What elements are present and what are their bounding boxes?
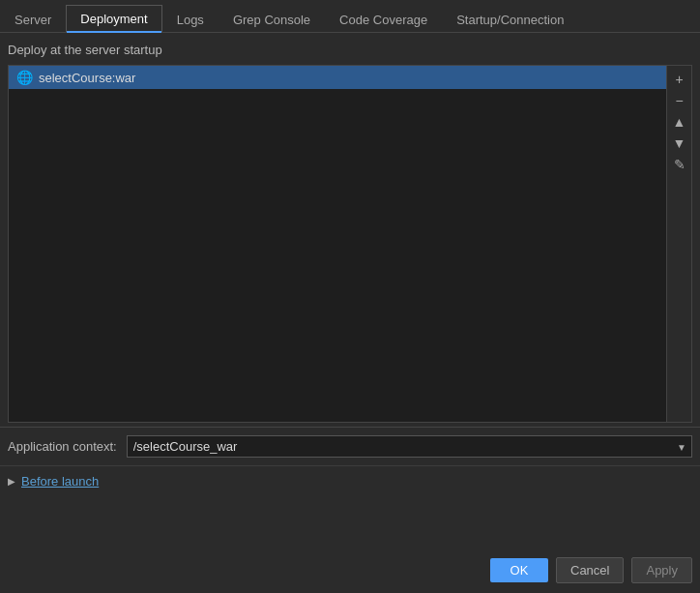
move-up-button[interactable]: ▲: [670, 112, 689, 132]
content-area: Deploy at the server startup 🌐 selectCou…: [0, 33, 700, 423]
remove-button[interactable]: −: [670, 91, 689, 110]
app-context-label: Application context:: [8, 439, 117, 454]
chevron-right-icon[interactable]: ▶: [8, 476, 15, 487]
deployment-list[interactable]: 🌐 selectCourse:war: [8, 65, 667, 423]
move-down-button[interactable]: ▼: [670, 133, 689, 153]
deployment-list-container: 🌐 selectCourse:war + − ▲ ▼ ✎: [8, 65, 692, 423]
cancel-button[interactable]: Cancel: [556, 557, 624, 583]
tab-grep-console[interactable]: Grep Console: [219, 6, 325, 33]
tab-server[interactable]: Server: [0, 6, 66, 33]
app-context-row: Application context: /selectCourse_war ▼: [0, 427, 700, 465]
list-item-text: selectCourse:war: [39, 71, 135, 85]
tab-startup-connection[interactable]: Startup/Connection: [442, 6, 578, 33]
app-context-select-wrapper: /selectCourse_war ▼: [127, 435, 692, 458]
list-item[interactable]: 🌐 selectCourse:war: [9, 66, 666, 89]
list-toolbar: + − ▲ ▼ ✎: [667, 65, 692, 423]
dialog-window: Server Deployment Logs Grep Console Code…: [0, 0, 700, 593]
footer-buttons: OK Cancel Apply: [490, 557, 692, 583]
edit-button[interactable]: ✎: [670, 155, 689, 174]
tab-bar: Server Deployment Logs Grep Console Code…: [0, 0, 700, 33]
add-button[interactable]: +: [670, 70, 689, 89]
tab-code-coverage[interactable]: Code Coverage: [325, 6, 442, 33]
before-launch-link[interactable]: Before launch: [21, 474, 99, 489]
war-icon: 🌐: [16, 70, 33, 85]
section-label: Deploy at the server startup: [8, 43, 692, 57]
app-context-select[interactable]: /selectCourse_war: [127, 435, 692, 458]
tab-deployment[interactable]: Deployment: [66, 5, 161, 33]
apply-button[interactable]: Apply: [631, 557, 692, 583]
ok-button[interactable]: OK: [490, 558, 548, 582]
tab-logs[interactable]: Logs: [162, 6, 219, 33]
before-launch-row: ▶ Before launch: [0, 465, 700, 496]
